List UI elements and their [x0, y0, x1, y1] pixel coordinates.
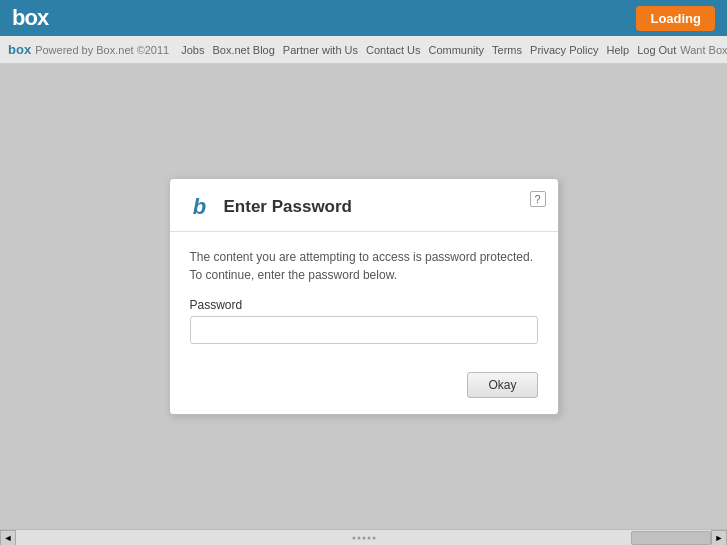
footer-nav: box Powered by Box.net ©2011 Jobs Box.ne…	[0, 36, 727, 64]
footer-link-contact[interactable]: Contact Us	[366, 44, 420, 56]
want-box-text: Want Box for y	[680, 44, 727, 56]
scroll-dot-3	[362, 536, 365, 539]
dialog-footer: Okay	[170, 360, 558, 414]
scroll-dot-5	[372, 536, 375, 539]
left-arrow-icon: ◄	[4, 533, 13, 543]
footer-link-logout[interactable]: Log Out	[637, 44, 676, 56]
logo-text: box	[12, 5, 48, 31]
footer-link-jobs[interactable]: Jobs	[181, 44, 204, 56]
help-icon[interactable]: ?	[530, 191, 546, 207]
main-content: b Enter Password ? The content you are a…	[0, 64, 727, 529]
scroll-track	[16, 530, 711, 546]
scroll-dots	[352, 536, 375, 539]
dialog-icon: b	[186, 193, 214, 221]
box-logo: box	[12, 5, 48, 31]
loading-button[interactable]: Loading	[636, 6, 715, 31]
scroll-dot-1	[352, 536, 355, 539]
dialog-header: b Enter Password ?	[170, 179, 558, 232]
scroll-dot-4	[367, 536, 370, 539]
top-navbar: box Loading	[0, 0, 727, 36]
dialog-title: Enter Password	[224, 197, 353, 217]
scroll-left-button[interactable]: ◄	[0, 530, 16, 546]
password-dialog: b Enter Password ? The content you are a…	[169, 178, 559, 415]
scroll-dot-2	[357, 536, 360, 539]
scroll-thumb[interactable]	[631, 531, 711, 545]
footer-link-help[interactable]: Help	[607, 44, 630, 56]
dialog-description: The content you are attempting to access…	[190, 248, 538, 284]
password-input[interactable]	[190, 316, 538, 344]
footer-link-terms[interactable]: Terms	[492, 44, 522, 56]
powered-text: Powered by Box.net ©2011	[35, 44, 169, 56]
dialog-body: The content you are attempting to access…	[170, 232, 558, 360]
bottom-scrollbar: ◄ ►	[0, 529, 727, 545]
footer-box-logo: box	[8, 42, 31, 57]
footer-link-privacy[interactable]: Privacy Policy	[530, 44, 598, 56]
footer-link-community[interactable]: Community	[428, 44, 484, 56]
box-b-icon: b	[193, 194, 206, 220]
scroll-right-button[interactable]: ►	[711, 530, 727, 546]
password-label: Password	[190, 298, 538, 312]
okay-button[interactable]: Okay	[467, 372, 537, 398]
right-arrow-icon: ►	[715, 533, 724, 543]
footer-link-blog[interactable]: Box.net Blog	[212, 44, 274, 56]
footer-link-partner[interactable]: Partner with Us	[283, 44, 358, 56]
